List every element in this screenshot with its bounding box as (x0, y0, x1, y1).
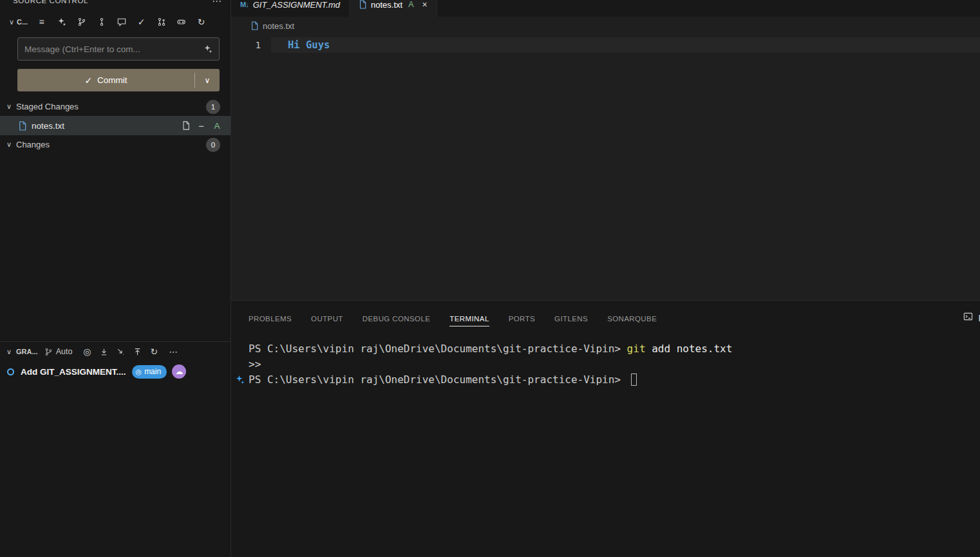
commit-message-box (17, 37, 220, 61)
staged-file-name: notes.txt (32, 121, 64, 131)
check-icon: ✓ (84, 75, 92, 86)
staged-file-actions: − A (182, 120, 221, 131)
fetch-icon[interactable] (95, 345, 112, 359)
editor-area: M↓ GIT_ASSIGNMENT.md notes.txt A × no (231, 0, 980, 557)
terminal-line-continuation: >> (249, 356, 980, 372)
sidebar-header: SOURCE CONTROL ⋯ (0, 0, 231, 12)
graph-toolbar: ∨ GRA... Auto ◎ ↻ ⋯ (0, 342, 231, 361)
source-control-sidebar: SOURCE CONTROL ⋯ ∨ C... ≡ ✓ (0, 0, 231, 557)
sidebar-spacer (0, 154, 231, 341)
tab-label: notes.txt (371, 0, 402, 10)
editor-tabbar: M↓ GIT_ASSIGNMENT.md notes.txt A × (231, 0, 980, 17)
changes-label: Changes (16, 140, 50, 149)
branch-ref-label: main (144, 367, 161, 376)
staged-changes-label: Staged Changes (16, 102, 79, 111)
commit-message-text: Add GIT_ASSIGNMENT.... (21, 367, 126, 377)
open-terminal-icon[interactable] (963, 312, 973, 321)
terminal-prompt: PS C:\Users\vipin raj\OneDrive\Documents… (249, 343, 627, 355)
changes-count-badge: 0 (206, 138, 220, 152)
file-icon (250, 21, 258, 30)
staged-count-badge: 1 (206, 100, 220, 114)
panel-tab-problems[interactable]: PROBLEMS (249, 310, 292, 326)
branch-picker[interactable]: Auto (44, 347, 73, 356)
code-text: Hi Guys (271, 39, 330, 51)
code-line-1: 1 Hi Guys (231, 37, 980, 53)
comment-icon[interactable] (111, 14, 131, 30)
cloud-icon[interactable]: ☁ (172, 364, 186, 379)
close-icon[interactable]: × (422, 0, 427, 10)
panel-tab-output[interactable]: OUTPUT (311, 310, 343, 326)
vscode-window: SOURCE CONTROL ⋯ ∨ C... ≡ ✓ (0, 0, 980, 557)
scm-toolbar: ∨ C... ≡ ✓ ↻ (0, 12, 231, 32)
bottom-panel: PROBLEMS OUTPUT DEBUG CONSOLE TERMINAL P… (231, 300, 980, 557)
sidebar-title: SOURCE CONTROL (13, 0, 88, 12)
unstage-minus-icon[interactable]: − (198, 120, 204, 131)
repo-collapse-icon[interactable]: ∨ (6, 18, 17, 26)
target-icon[interactable]: ◎ (79, 345, 95, 359)
refresh-icon[interactable]: ↻ (191, 14, 211, 30)
panel-tab-ports[interactable]: PORTS (509, 310, 535, 326)
panel-tab-sonarqube[interactable]: SONARQUBE (607, 310, 657, 326)
panel-tab-debug-console[interactable]: DEBUG CONSOLE (363, 310, 431, 326)
pull-icon[interactable] (112, 345, 129, 359)
refresh-icon[interactable]: ↻ (146, 345, 162, 359)
staged-file-row-notes[interactable]: notes.txt − A (0, 116, 231, 135)
generate-message-sparkle-icon[interactable] (203, 44, 212, 53)
repo-name-label[interactable]: C... (17, 18, 28, 26)
terminal-command-args: add notes.txt (646, 343, 733, 355)
terminal-continuation: >> (249, 358, 261, 370)
graph-collapse-icon[interactable]: ∨ (4, 348, 14, 356)
terminal-ai-sparkle-icon[interactable] (235, 375, 245, 384)
panel-tab-terminal[interactable]: TERMINAL (449, 310, 489, 326)
terminal-line-prompt: PS C:\Users\vipin raj\OneDrive\Documents… (249, 372, 980, 387)
staged-changes-header[interactable]: ∨ Staged Changes 1 (0, 97, 231, 116)
branch-icon (44, 348, 53, 356)
tab-notes-txt[interactable]: notes.txt A × (350, 0, 437, 17)
view-list-icon[interactable]: ≡ (32, 14, 52, 30)
tab-git-assignment-md[interactable]: M↓ GIT_ASSIGNMENT.md (231, 0, 350, 17)
code-editor[interactable]: 1 Hi Guys (231, 35, 980, 300)
commit-dropdown-icon[interactable]: ∨ (195, 69, 220, 91)
terminal[interactable]: PS C:\Users\vipin raj\OneDrive\Documents… (231, 335, 980, 557)
sparkle-icon[interactable] (52, 14, 71, 30)
terminal-prompt: PS C:\Users\vipin raj\OneDrive\Documents… (249, 373, 627, 386)
tab-content: notes.txt A × (359, 0, 428, 10)
panel-tab-gitlens[interactable]: GITLENS (554, 310, 588, 326)
branch-auto-label: Auto (56, 347, 73, 356)
terminal-command-git: git (627, 343, 646, 355)
commit-button-main[interactable]: ✓ Commit (17, 69, 194, 91)
panel-actions: p (963, 312, 980, 321)
chevron-down-icon: ∨ (4, 140, 14, 149)
commit-button-label: Commit (97, 75, 127, 85)
commit-message-input[interactable] (24, 44, 200, 54)
check-icon[interactable]: ✓ (131, 14, 151, 30)
commit-node-icon (7, 368, 14, 375)
tab-added-status: A (408, 0, 413, 9)
file-icon (359, 0, 366, 9)
source-control-graph-section: ∨ GRA... Auto ◎ ↻ ⋯ (0, 341, 231, 557)
push-icon[interactable] (129, 345, 146, 359)
added-status-letter: A (212, 121, 221, 131)
terminal-line-command: PS C:\Users\vipin raj\OneDrive\Documents… (249, 341, 980, 356)
graph-commit-row[interactable]: Add GIT_ASSIGNMENT.... ◎ main ☁ (0, 361, 231, 382)
branch-ref-badge[interactable]: ◎ main (132, 365, 167, 379)
chevron-down-icon: ∨ (4, 102, 14, 111)
markdown-icon: M↓ (240, 1, 249, 8)
pull-request-icon[interactable] (151, 14, 171, 30)
breadcrumb-filename: notes.txt (263, 21, 294, 31)
tab-content: M↓ GIT_ASSIGNMENT.md (240, 0, 340, 10)
open-file-icon[interactable] (182, 121, 190, 130)
sidebar-more-icon[interactable]: ⋯ (212, 0, 221, 12)
breadcrumb[interactable]: notes.txt (231, 17, 980, 35)
changes-header[interactable]: ∨ Changes 0 (0, 135, 231, 154)
target-icon: ◎ (136, 368, 142, 376)
branch-create-icon[interactable] (71, 14, 91, 30)
commit-button[interactable]: ✓ Commit ∨ (17, 69, 220, 91)
tab-label: GIT_ASSIGNMENT.md (253, 0, 340, 10)
panel-tabbar: PROBLEMS OUTPUT DEBUG CONSOLE TERMINAL P… (231, 301, 980, 335)
gitlens-launchpad-icon[interactable] (171, 14, 191, 30)
file-icon (18, 121, 26, 131)
commit-graph-icon[interactable] (91, 14, 111, 30)
terminal-cursor (631, 373, 637, 386)
graph-more-icon[interactable]: ⋯ (165, 345, 182, 359)
